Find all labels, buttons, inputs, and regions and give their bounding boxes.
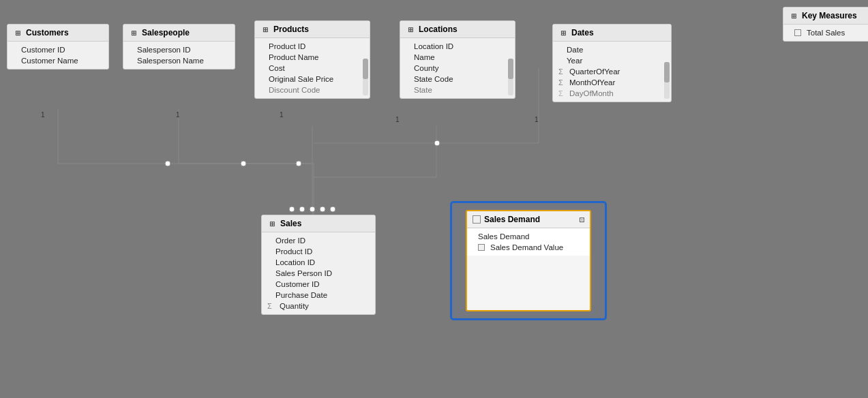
products-scrollbar[interactable] <box>363 59 368 95</box>
table-row[interactable]: Customer ID <box>8 44 108 55</box>
locations-table-icon: ⊞ <box>406 25 415 34</box>
sales-table: ⊞ Sales Order ID Product ID Location ID … <box>261 215 376 315</box>
salespeople-table: ⊞ Salespeople Salesperson ID Salesperson… <box>123 24 235 70</box>
locations-title: Locations <box>419 25 458 34</box>
dates-table-icon: ⊞ <box>558 28 568 37</box>
dates-title: Dates <box>571 28 594 37</box>
table-row[interactable]: Σ QuarterOfYear <box>553 66 671 77</box>
table-row[interactable]: Sales Demand Value <box>467 242 590 253</box>
svg-point-11 <box>299 206 305 212</box>
table-row[interactable]: Discount Code <box>255 85 370 95</box>
table-row[interactable]: Salesperson ID <box>123 44 235 55</box>
products-scrollbar-thumb[interactable] <box>363 59 368 79</box>
table-row[interactable]: County <box>400 63 515 74</box>
table-row[interactable]: Customer Name <box>8 55 108 66</box>
key-measures-title: Key Measures <box>802 11 857 20</box>
locations-scrollbar[interactable] <box>508 59 513 95</box>
table-row[interactable]: Product Name <box>255 52 370 63</box>
table-row[interactable]: Total Sales <box>783 27 868 38</box>
customers-table: ⊞ Customers Customer ID Customer Name <box>7 24 109 70</box>
table-row[interactable]: Location ID <box>400 41 515 52</box>
table-row[interactable]: Σ MonthOfYear <box>553 77 671 88</box>
relation-label-3: 1 <box>280 111 284 119</box>
relation-label-1: 1 <box>41 111 45 119</box>
relation-label-5: 1 <box>535 116 539 123</box>
salespeople-title: Salespeople <box>142 28 190 37</box>
svg-point-17 <box>296 161 301 166</box>
locations-table-body: Location ID Name County State Code State <box>400 38 515 98</box>
sales-demand-title: Sales Demand <box>484 215 540 224</box>
table-row[interactable]: Order ID <box>262 235 375 246</box>
sales-table-header: ⊞ Sales <box>262 215 375 232</box>
table-row[interactable]: Name <box>400 52 515 63</box>
dates-table-body: Date Year Σ QuarterOfYear Σ MonthOfYear … <box>553 42 671 102</box>
customers-table-icon: ⊞ <box>13 28 23 37</box>
table-row[interactable]: Product ID <box>262 246 375 257</box>
key-measures-body: Total Sales <box>783 25 868 41</box>
table-row[interactable]: Σ DayOfMonth <box>553 88 671 99</box>
table-row[interactable]: Sales Person ID <box>262 268 375 279</box>
products-table-body: Product ID Product Name Cost Original Sa… <box>255 38 370 98</box>
dates-scrollbar-thumb[interactable] <box>664 62 670 82</box>
table-row[interactable]: Location ID <box>262 257 375 268</box>
dates-table-header: ⊞ Dates <box>553 25 671 42</box>
locations-scrollbar-thumb[interactable] <box>508 59 513 79</box>
table-row[interactable]: Cost <box>255 63 370 74</box>
svg-point-10 <box>289 206 295 212</box>
sales-table-icon: ⊞ <box>267 219 277 228</box>
table-row[interactable]: Date <box>553 44 671 55</box>
total-sales-icon <box>794 29 801 36</box>
table-row[interactable]: Σ Quantity <box>262 301 375 311</box>
salespeople-table-header: ⊞ Salespeople <box>123 25 235 42</box>
products-table-header: ⊞ Products <box>255 21 370 38</box>
sales-table-body: Order ID Product ID Location ID Sales Pe… <box>262 232 375 314</box>
locations-table: ⊞ Locations Location ID Name County Stat… <box>400 20 515 99</box>
dates-scrollbar[interactable] <box>664 62 670 99</box>
table-row[interactable]: State <box>400 85 515 95</box>
salespeople-table-icon: ⊞ <box>129 28 138 37</box>
salespeople-table-body: Salesperson ID Salesperson Name <box>123 42 235 69</box>
svg-point-14 <box>330 206 335 212</box>
dates-table: ⊞ Dates Date Year Σ QuarterOfYear Σ Mont… <box>552 24 672 102</box>
customers-table-body: Customer ID Customer Name <box>8 42 108 69</box>
svg-point-12 <box>310 206 315 212</box>
sales-title: Sales <box>280 219 301 228</box>
svg-point-15 <box>165 161 170 166</box>
table-row[interactable]: Sales Demand <box>467 231 590 242</box>
products-title: Products <box>273 25 309 34</box>
customers-table-header: ⊞ Customers <box>8 25 108 42</box>
relation-label-2: 1 <box>176 111 180 119</box>
table-row[interactable]: Customer ID <box>262 279 375 290</box>
table-row[interactable]: Product ID <box>255 41 370 52</box>
sales-demand-card: Sales Demand ⊡ Sales Demand Sales Demand… <box>466 210 591 311</box>
relation-label-4: 1 <box>395 116 400 123</box>
sales-demand-body: Sales Demand Sales Demand Value <box>467 228 590 256</box>
sales-demand-outer-border: Sales Demand ⊡ Sales Demand Sales Demand… <box>450 201 607 320</box>
key-measures-icon: ⊞ <box>789 11 798 20</box>
key-measures-header: ⊞ Key Measures <box>783 7 868 25</box>
sales-demand-header: Sales Demand ⊡ <box>467 211 590 228</box>
table-row[interactable]: Year <box>553 55 671 66</box>
svg-point-16 <box>241 161 246 166</box>
sales-demand-value-icon <box>478 244 485 251</box>
table-row[interactable]: Purchase Date <box>262 290 375 301</box>
table-row[interactable]: State Code <box>400 74 515 85</box>
table-row[interactable]: Salesperson Name <box>123 55 235 66</box>
key-measures-table: ⊞ Key Measures Total Sales <box>783 7 868 42</box>
svg-point-18 <box>434 140 440 146</box>
sales-demand-expand-icon[interactable]: ⊡ <box>579 216 584 224</box>
products-table: ⊞ Products Product ID Product Name Cost … <box>254 20 370 99</box>
customers-title: Customers <box>26 28 69 37</box>
products-table-icon: ⊞ <box>260 25 270 34</box>
table-row[interactable]: Original Sale Price <box>255 74 370 85</box>
sales-demand-icon <box>473 215 481 224</box>
locations-table-header: ⊞ Locations <box>400 21 515 38</box>
svg-point-13 <box>320 206 325 212</box>
